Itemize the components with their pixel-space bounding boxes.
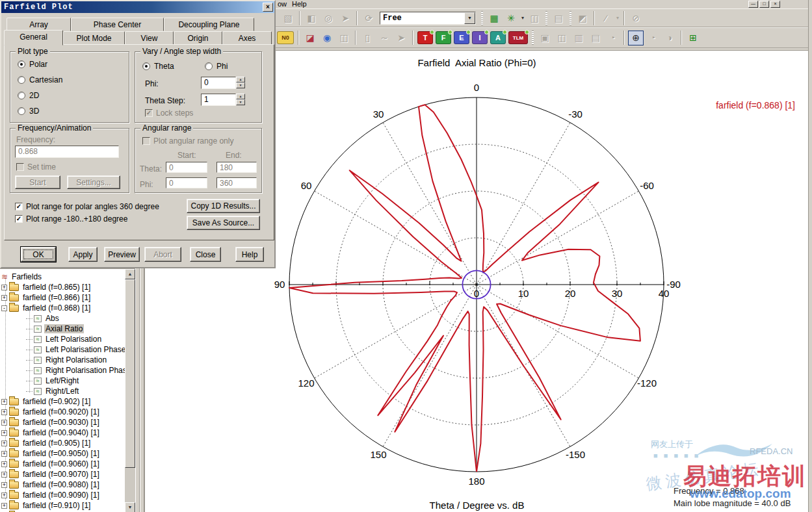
tree-item[interactable]: +farfield (f=0.865) [1] <box>1 282 92 292</box>
tree-expand-icon[interactable]: + <box>1 430 7 436</box>
show-mesh-cube-icon[interactable]: ▦ <box>486 10 502 25</box>
measure-caret-icon: ▾ <box>614 11 621 25</box>
tab-general[interactable]: General <box>4 30 63 45</box>
scrollbar-down-icon[interactable]: ▼ <box>125 502 135 512</box>
tree-item[interactable]: ≋Farfields <box>1 272 43 282</box>
tree-item[interactable]: ≈Right Polarisation <box>26 355 108 365</box>
minimize-icon[interactable]: — <box>748 1 758 8</box>
radio-cartesian[interactable] <box>18 76 25 84</box>
curve-result-icon: ≈ <box>34 388 42 395</box>
solver-time-icon[interactable]: T <box>417 31 433 44</box>
tree-expand-icon[interactable]: + <box>1 493 7 498</box>
tree-expand-icon[interactable]: + <box>1 472 7 478</box>
close-window-icon[interactable]: × <box>770 1 780 8</box>
save-as-source-button[interactable]: Save As Source... <box>187 216 260 230</box>
tree-expand-icon[interactable]: + <box>1 482 7 488</box>
ok-button[interactable]: OK <box>21 247 56 262</box>
tree-expand-icon[interactable]: + <box>1 451 7 457</box>
phi-stepper[interactable]: ▲▼ <box>236 77 245 88</box>
tab-array[interactable]: Array <box>7 18 71 31</box>
tab-axes[interactable]: Axes <box>222 31 272 45</box>
radio-theta[interactable] <box>142 62 150 70</box>
combo-dropdown-icon[interactable]: ▼ <box>464 12 475 24</box>
tree-item[interactable]: +farfield (f=00.9080) [1] <box>1 480 101 490</box>
phi-input[interactable]: 0 <box>201 77 236 89</box>
tree-expand-icon[interactable]: - <box>1 305 7 311</box>
theta-step-input[interactable]: 1 <box>201 94 236 106</box>
tree-expand-icon[interactable]: + <box>1 399 7 405</box>
farfield-source-icon[interactable]: ⊞ <box>685 31 701 45</box>
help-button[interactable]: Help <box>235 247 264 262</box>
radio-phi[interactable] <box>205 62 213 70</box>
scrollbar-up-icon[interactable]: ▲ <box>125 269 135 279</box>
close-button[interactable]: Close <box>190 247 221 262</box>
tab-view[interactable]: View <box>125 31 174 45</box>
tree-item[interactable]: ≈Right Polarisation Phase <box>26 365 132 376</box>
tree-expand-icon[interactable]: + <box>1 285 7 290</box>
theta-end-input: 180 <box>216 162 257 173</box>
tree-item[interactable]: +farfield (f=00.9040) [1] <box>1 428 101 438</box>
mesh-dropdown-caret-icon[interactable]: ▾ <box>519 11 526 25</box>
view-mode-combo[interactable]: Free▼ <box>380 12 476 25</box>
tree-expand-icon[interactable]: + <box>1 420 7 426</box>
tree-item[interactable]: +farfield (f=00.9020) [1] <box>1 407 101 417</box>
radio-3d[interactable] <box>18 107 25 115</box>
plot-range-180-checkbox[interactable] <box>15 215 23 223</box>
tree-item[interactable]: +farfield (f=00.9070) [1] <box>1 469 101 480</box>
solver-integral-icon[interactable]: I <box>472 31 488 44</box>
scrollbar-thumb[interactable] <box>125 279 135 468</box>
polar-plot-icon[interactable]: ⊕ <box>628 31 644 45</box>
tree-item[interactable]: ≈Left/Right <box>26 376 80 386</box>
menu-window-partial[interactable]: ow <box>278 0 287 8</box>
panel-splitter[interactable] <box>135 268 144 512</box>
tree-expand-icon[interactable]: + <box>1 441 7 446</box>
tree-item-label: farfield (f=0.868) [1] <box>21 303 92 313</box>
tree-expand-icon[interactable]: + <box>1 295 7 301</box>
farfield-plot-dialog: Farfield Plot × Array Phase Center Decou… <box>0 0 276 268</box>
tree-expand-icon[interactable]: + <box>1 461 7 467</box>
tree-item[interactable]: ≈Abs <box>26 313 60 324</box>
tree-item[interactable]: ≈Axial Ratio <box>26 324 84 334</box>
tab-decoupling-plane[interactable]: Decoupling Plane <box>164 18 254 31</box>
tree-expand-icon[interactable]: + <box>1 503 7 509</box>
solver-eigenmode-icon[interactable]: E <box>454 31 469 44</box>
restore-icon[interactable]: □ <box>759 1 769 8</box>
tree-item[interactable]: ≈Right/Left <box>26 386 80 396</box>
tree-expand-icon[interactable]: + <box>1 409 7 415</box>
tree-item[interactable]: ≈Left Polarisation <box>26 334 103 344</box>
theta-step-stepper[interactable]: ▲▼ <box>236 94 245 105</box>
mesh-properties-icon[interactable]: ✳ <box>503 10 519 25</box>
solver-tlm-icon[interactable]: TLM <box>508 31 528 44</box>
plot-2d-icon: ◑ <box>662 31 677 45</box>
tab-phase-center[interactable]: Phase Center <box>71 18 164 31</box>
copy-1d-results-button[interactable]: Copy 1D Results... <box>187 199 260 213</box>
solver-asymptotic-icon[interactable]: A <box>490 31 506 44</box>
ruler-icon[interactable]: N0 <box>277 31 294 44</box>
tree-item[interactable]: +farfield (f=00.9090) [1] <box>1 490 101 500</box>
menu-help[interactable]: Help <box>292 0 307 8</box>
tree-scrollbar[interactable]: ▲ ▼ <box>125 269 135 512</box>
radio-polar[interactable] <box>18 60 25 68</box>
tab-label: General <box>20 32 47 42</box>
tab-origin[interactable]: Origin <box>174 31 222 45</box>
tree-item[interactable]: +farfield (f=00.9030) [1] <box>1 417 101 428</box>
dialog-close-icon[interactable]: × <box>263 3 273 12</box>
tree-item[interactable]: +farfield (f=00.9060) [1] <box>1 459 101 469</box>
tree-item[interactable]: +farfield (f=0.902) [1] <box>1 396 92 407</box>
tree-item[interactable]: +farfield (f=0.905) [1] <box>1 438 92 448</box>
tree-item[interactable]: -farfield (f=0.868) [1] <box>1 303 92 313</box>
tree-item[interactable]: +farfield (f=0.910) [1] <box>1 500 92 511</box>
radio-2d[interactable] <box>18 92 25 99</box>
solver-frequency-icon[interactable]: F <box>436 31 451 44</box>
apply-button[interactable]: Apply <box>68 247 98 262</box>
tab-plot-mode[interactable]: Plot Mode <box>63 31 125 45</box>
tree-item[interactable]: ≈Left Polarisation Phase <box>26 344 127 355</box>
radio-cartesian-label: Cartesian <box>29 75 62 84</box>
tree-item[interactable]: +farfield (f=0.866) [1] <box>1 292 92 303</box>
preview-button[interactable]: Preview <box>104 247 140 262</box>
wave-sphere-icon[interactable]: ◉ <box>319 31 335 45</box>
plot-range-360-checkbox[interactable] <box>15 203 23 211</box>
material-view-icon[interactable]: ◪ <box>302 31 318 45</box>
dialog-titlebar[interactable]: Farfield Plot × <box>1 1 274 13</box>
tree-item[interactable]: +farfield (f=00.9050) [1] <box>1 448 101 459</box>
